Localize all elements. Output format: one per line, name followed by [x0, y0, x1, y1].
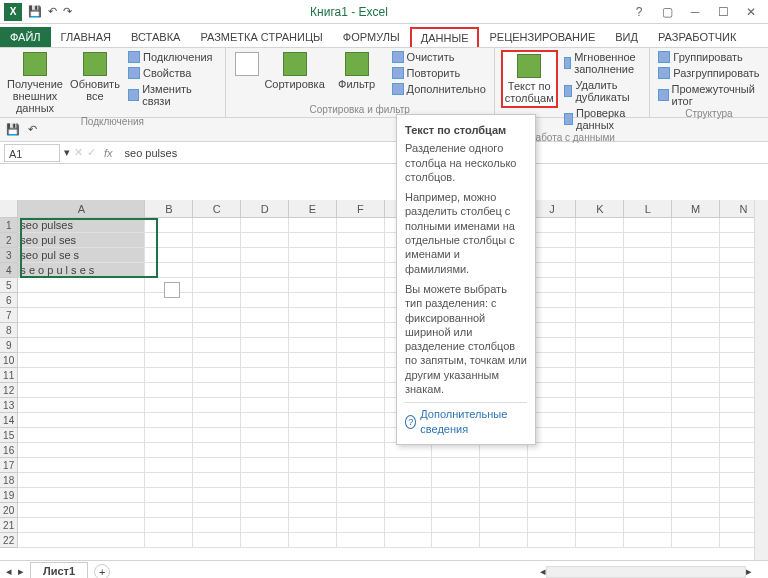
- cell-M17[interactable]: [672, 458, 720, 473]
- cell-D14[interactable]: [241, 413, 289, 428]
- cell-K16[interactable]: [576, 443, 624, 458]
- row-header-4[interactable]: 4: [0, 263, 18, 278]
- cell-F10[interactable]: [337, 353, 385, 368]
- sheet-tab-1[interactable]: Лист1: [30, 562, 88, 578]
- cell-E7[interactable]: [289, 308, 337, 323]
- cell-E4[interactable]: [289, 263, 337, 278]
- cell-K17[interactable]: [576, 458, 624, 473]
- quick-analysis-icon[interactable]: [164, 282, 180, 298]
- flash-fill-button[interactable]: Мгновенное заполнение: [562, 50, 644, 76]
- save-icon[interactable]: 💾: [28, 5, 42, 18]
- cell-I19[interactable]: [480, 488, 528, 503]
- cell-C8[interactable]: [193, 323, 241, 338]
- cell-A16[interactable]: [18, 443, 145, 458]
- cell-B7[interactable]: [145, 308, 193, 323]
- cell-E21[interactable]: [289, 518, 337, 533]
- cell-C11[interactable]: [193, 368, 241, 383]
- cell-L8[interactable]: [624, 323, 672, 338]
- cell-L6[interactable]: [624, 293, 672, 308]
- undo-icon[interactable]: ↶: [48, 5, 57, 18]
- cell-M16[interactable]: [672, 443, 720, 458]
- cell-B12[interactable]: [145, 383, 193, 398]
- cell-G19[interactable]: [385, 488, 433, 503]
- cell-J20[interactable]: [528, 503, 576, 518]
- row-header-18[interactable]: 18: [0, 473, 18, 488]
- cell-A22[interactable]: [18, 533, 145, 548]
- cell-F13[interactable]: [337, 398, 385, 413]
- add-sheet-button[interactable]: +: [94, 564, 110, 579]
- cell-L20[interactable]: [624, 503, 672, 518]
- cell-E15[interactable]: [289, 428, 337, 443]
- row-header-19[interactable]: 19: [0, 488, 18, 503]
- connections-button[interactable]: Подключения: [126, 50, 219, 64]
- refresh-all-button[interactable]: Обновить все: [68, 50, 122, 104]
- cell-C7[interactable]: [193, 308, 241, 323]
- cell-M3[interactable]: [672, 248, 720, 263]
- cell-E11[interactable]: [289, 368, 337, 383]
- cell-C2[interactable]: [193, 233, 241, 248]
- cell-B22[interactable]: [145, 533, 193, 548]
- cell-F19[interactable]: [337, 488, 385, 503]
- cell-M18[interactable]: [672, 473, 720, 488]
- cell-K7[interactable]: [576, 308, 624, 323]
- cell-M20[interactable]: [672, 503, 720, 518]
- cell-E14[interactable]: [289, 413, 337, 428]
- cell-D3[interactable]: [241, 248, 289, 263]
- advanced-button[interactable]: Дополнительно: [390, 82, 488, 96]
- row-header-7[interactable]: 7: [0, 308, 18, 323]
- cell-L10[interactable]: [624, 353, 672, 368]
- horizontal-scrollbar[interactable]: [546, 566, 746, 578]
- cell-M10[interactable]: [672, 353, 720, 368]
- cell-J18[interactable]: [528, 473, 576, 488]
- cell-L4[interactable]: [624, 263, 672, 278]
- cell-K14[interactable]: [576, 413, 624, 428]
- cell-A17[interactable]: [18, 458, 145, 473]
- cell-K11[interactable]: [576, 368, 624, 383]
- cell-K5[interactable]: [576, 278, 624, 293]
- cell-E22[interactable]: [289, 533, 337, 548]
- cell-F12[interactable]: [337, 383, 385, 398]
- cell-M6[interactable]: [672, 293, 720, 308]
- cell-L22[interactable]: [624, 533, 672, 548]
- cell-C1[interactable]: [193, 218, 241, 233]
- cell-A10[interactable]: [18, 353, 145, 368]
- cell-G18[interactable]: [385, 473, 433, 488]
- edit-links-button[interactable]: Изменить связи: [126, 82, 219, 108]
- cell-B10[interactable]: [145, 353, 193, 368]
- cell-E8[interactable]: [289, 323, 337, 338]
- cell-A20[interactable]: [18, 503, 145, 518]
- cell-B16[interactable]: [145, 443, 193, 458]
- cell-G17[interactable]: [385, 458, 433, 473]
- cell-F21[interactable]: [337, 518, 385, 533]
- cell-K19[interactable]: [576, 488, 624, 503]
- cell-D4[interactable]: [241, 263, 289, 278]
- cell-C6[interactable]: [193, 293, 241, 308]
- cell-M13[interactable]: [672, 398, 720, 413]
- col-header-D[interactable]: D: [241, 200, 289, 218]
- row-header-13[interactable]: 13: [0, 398, 18, 413]
- cell-L5[interactable]: [624, 278, 672, 293]
- redo-icon[interactable]: ↷: [63, 5, 72, 18]
- cell-G22[interactable]: [385, 533, 433, 548]
- cell-L3[interactable]: [624, 248, 672, 263]
- cell-L15[interactable]: [624, 428, 672, 443]
- cell-C19[interactable]: [193, 488, 241, 503]
- cell-M8[interactable]: [672, 323, 720, 338]
- cell-K21[interactable]: [576, 518, 624, 533]
- cell-E10[interactable]: [289, 353, 337, 368]
- cell-E20[interactable]: [289, 503, 337, 518]
- cell-J22[interactable]: [528, 533, 576, 548]
- cell-H19[interactable]: [432, 488, 480, 503]
- cell-B17[interactable]: [145, 458, 193, 473]
- cell-L2[interactable]: [624, 233, 672, 248]
- cell-D11[interactable]: [241, 368, 289, 383]
- ribbon-options-icon[interactable]: ▢: [654, 3, 680, 21]
- row-header-5[interactable]: 5: [0, 278, 18, 293]
- cell-L13[interactable]: [624, 398, 672, 413]
- cell-K8[interactable]: [576, 323, 624, 338]
- cell-K2[interactable]: [576, 233, 624, 248]
- remove-duplicates-button[interactable]: Удалить дубликаты: [562, 78, 644, 104]
- hscroll-right-icon[interactable]: ▸: [746, 565, 752, 578]
- row-header-21[interactable]: 21: [0, 518, 18, 533]
- row-header-9[interactable]: 9: [0, 338, 18, 353]
